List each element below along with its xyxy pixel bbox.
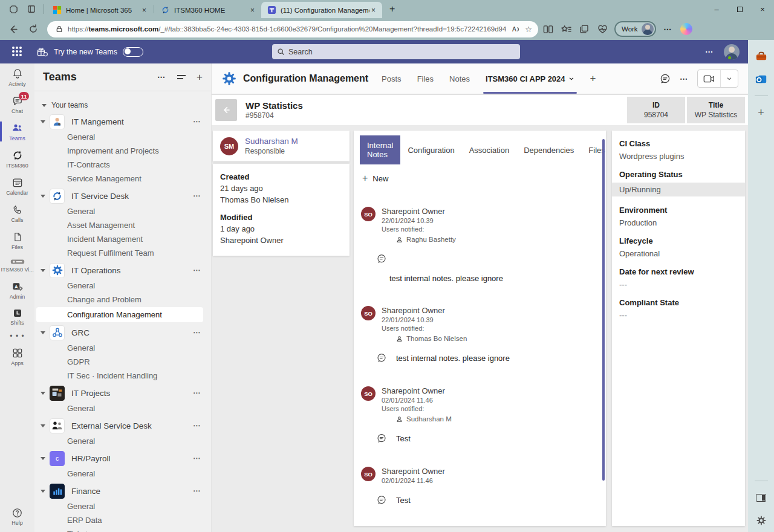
copilot-icon[interactable] bbox=[680, 23, 692, 35]
team-it-operations[interactable]: IT Operations ⋯ bbox=[34, 262, 211, 279]
tab-actions-icon[interactable] bbox=[27, 4, 36, 14]
team-options-icon[interactable]: ⋯ bbox=[193, 454, 201, 462]
caret-down-icon[interactable] bbox=[41, 269, 45, 272]
topbar-more-icon[interactable]: ⋯ bbox=[705, 47, 714, 56]
meet-button[interactable] bbox=[697, 70, 738, 88]
channel-item[interactable]: Service Management bbox=[34, 172, 211, 186]
rail-item-activity[interactable]: Activity bbox=[0, 63, 34, 91]
rail-item-apps[interactable]: Apps bbox=[0, 343, 34, 370]
channel-chat-icon[interactable] bbox=[659, 73, 671, 85]
team-it-projects[interactable]: IT Projects ⋯ bbox=[34, 384, 211, 401]
team-hr-payroll[interactable]: c HR/Payroll ⋯ bbox=[34, 450, 211, 467]
channel-item[interactable]: IT-Contracts bbox=[34, 158, 211, 172]
team-it-mangement[interactable]: IT Mangement ⋯ bbox=[34, 113, 211, 130]
channel-item[interactable]: Change and Problem bbox=[34, 293, 211, 307]
channel-item[interactable]: General bbox=[34, 341, 211, 355]
maximize-icon[interactable] bbox=[728, 0, 751, 18]
join-create-team-icon[interactable]: + bbox=[197, 71, 203, 83]
team-finance[interactable]: Finance ⋯ bbox=[34, 482, 211, 499]
refresh-icon[interactable] bbox=[25, 21, 41, 37]
channel-item[interactable]: Asset Management bbox=[34, 218, 211, 232]
rail-item-chat[interactable]: 11 Chat bbox=[0, 91, 34, 118]
tab-notes[interactable]: Notes bbox=[449, 63, 470, 94]
back-button[interactable] bbox=[215, 99, 237, 121]
channel-item[interactable]: General bbox=[34, 467, 211, 481]
your-teams-toggle[interactable]: Your teams bbox=[42, 101, 211, 109]
channel-item[interactable]: General bbox=[34, 279, 211, 293]
notes-scrollbar[interactable] bbox=[602, 139, 605, 481]
rail-item-calendar[interactable]: Calendar bbox=[0, 172, 34, 199]
workspaces-icon[interactable] bbox=[8, 4, 18, 14]
caret-down-icon[interactable] bbox=[41, 331, 45, 334]
channel-item[interactable]: General bbox=[34, 499, 211, 513]
browser-profile-chip[interactable]: Work bbox=[614, 21, 656, 37]
channel-item[interactable]: General bbox=[34, 130, 211, 144]
favorite-star-icon[interactable]: ☆ bbox=[525, 25, 532, 34]
tab-itsm360-ci-app[interactable]: ITSM360 CI APP 2024 bbox=[486, 63, 574, 94]
browser-tab-home[interactable]: Home | Microsoft 365 × bbox=[47, 3, 153, 18]
add-sidebar-app-icon[interactable]: + bbox=[755, 106, 768, 119]
sidebar-settings-icon[interactable] bbox=[755, 514, 768, 527]
rail-more-icon[interactable]: • • • bbox=[10, 329, 24, 343]
rail-item-help[interactable]: Help bbox=[0, 503, 34, 532]
channel-item[interactable]: General bbox=[34, 434, 211, 448]
close-tab-icon[interactable]: × bbox=[369, 6, 377, 15]
browser-tab-configuration-management[interactable]: (11) Configuration Management × bbox=[261, 2, 382, 18]
team-it-service-desk[interactable]: IT Service Desk ⋯ bbox=[34, 187, 211, 204]
browser-more-icon[interactable]: ⋯ bbox=[662, 23, 674, 35]
read-aloud-icon[interactable]: A bbox=[511, 25, 520, 34]
minimize-icon[interactable]: – bbox=[705, 0, 728, 18]
channel-item[interactable]: General bbox=[34, 204, 211, 218]
sidebar-toggle-icon[interactable] bbox=[755, 491, 768, 504]
add-tab-icon[interactable]: + bbox=[590, 63, 596, 94]
tab-posts[interactable]: Posts bbox=[382, 63, 402, 94]
tab-internal-notes[interactable]: Internal Notes bbox=[360, 135, 400, 164]
caret-down-icon[interactable] bbox=[41, 120, 45, 123]
team-grc[interactable]: GRC ⋯ bbox=[34, 324, 211, 341]
team-options-icon[interactable]: ⋯ bbox=[193, 389, 201, 397]
collections-icon[interactable] bbox=[578, 23, 590, 35]
rail-item-itsm360-viva[interactable]: ITSM360 Vi... bbox=[0, 254, 34, 276]
close-tab-icon[interactable]: × bbox=[140, 6, 148, 15]
team-options-icon[interactable]: ⋯ bbox=[193, 117, 201, 126]
channel-item[interactable]: Incident Management bbox=[34, 232, 211, 246]
channel-item[interactable]: Tickets bbox=[34, 527, 211, 532]
sidebar-more-icon[interactable]: ⋯ bbox=[157, 73, 166, 82]
rail-item-shifts[interactable]: Shifts bbox=[0, 303, 34, 329]
m365-toolbox-icon[interactable] bbox=[755, 50, 768, 63]
favorites-icon[interactable] bbox=[560, 23, 572, 35]
channel-item[interactable]: ERP Data bbox=[34, 513, 211, 527]
app-launcher-icon[interactable] bbox=[12, 47, 23, 57]
address-bar[interactable]: https://teams.microsoft.com/_#/tab::383b… bbox=[47, 21, 538, 37]
caret-down-icon[interactable] bbox=[41, 457, 45, 460]
browser-essentials-icon[interactable] bbox=[596, 23, 608, 35]
camera-icon[interactable] bbox=[698, 70, 720, 87]
close-window-icon[interactable]: × bbox=[751, 0, 774, 18]
team-external-service-desk[interactable]: External Service Desk ⋯ bbox=[34, 417, 211, 434]
channel-item[interactable]: General bbox=[34, 401, 211, 415]
new-tab-icon[interactable]: + bbox=[389, 4, 395, 15]
channel-item[interactable]: IT Sec · Incident Handling bbox=[34, 369, 211, 383]
split-screen-icon[interactable] bbox=[542, 23, 554, 35]
team-options-icon[interactable]: ⋯ bbox=[193, 192, 201, 200]
channel-item-selected[interactable]: Configuration Management bbox=[36, 307, 203, 322]
new-teams-toggle[interactable] bbox=[123, 47, 143, 57]
outlook-icon[interactable] bbox=[755, 73, 768, 86]
caret-down-icon[interactable] bbox=[41, 195, 45, 198]
rail-item-itsm360[interactable]: ITSM360 bbox=[0, 145, 34, 172]
responsible-name-link[interactable]: Sudharshan M bbox=[245, 137, 298, 146]
rail-item-teams[interactable]: Teams bbox=[0, 118, 34, 145]
rail-item-admin[interactable]: A Admin bbox=[0, 276, 34, 303]
team-options-icon[interactable]: ⋯ bbox=[193, 328, 201, 337]
back-icon[interactable] bbox=[5, 21, 21, 37]
caret-down-icon[interactable] bbox=[41, 490, 45, 493]
search-input[interactable]: Search bbox=[272, 44, 520, 59]
meet-dropdown-icon[interactable] bbox=[720, 70, 738, 87]
tab-dependencies[interactable]: Dependencies bbox=[516, 140, 581, 160]
new-note-button[interactable]: + New bbox=[362, 173, 600, 184]
rail-item-calls[interactable]: Calls bbox=[0, 199, 34, 227]
team-options-icon[interactable]: ⋯ bbox=[193, 266, 201, 274]
caret-down-icon[interactable] bbox=[41, 424, 45, 427]
tab-files[interactable]: Files bbox=[417, 63, 434, 94]
tab-association[interactable]: Association bbox=[462, 140, 516, 160]
